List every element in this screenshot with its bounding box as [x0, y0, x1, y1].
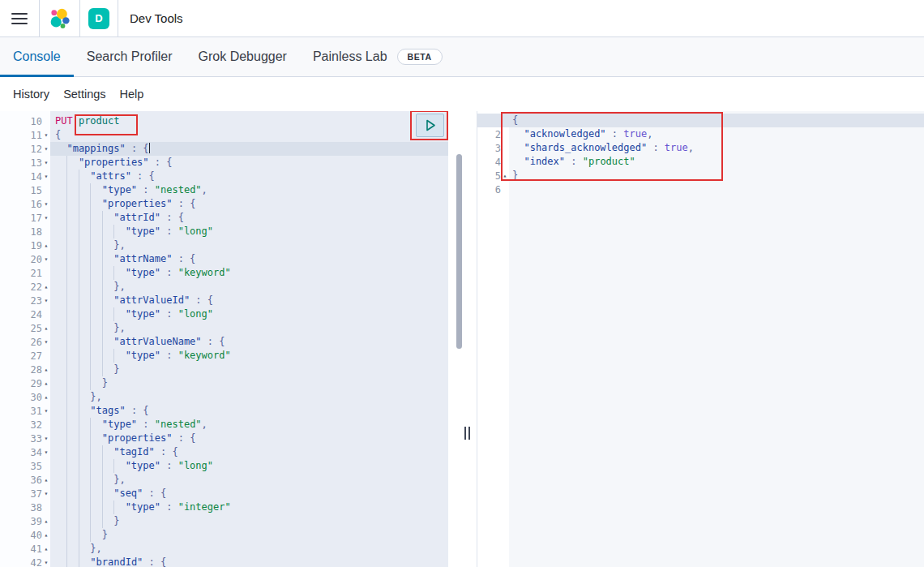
code-token: "type"	[126, 501, 160, 513]
code-line[interactable]: {	[50, 128, 448, 142]
request-editor-scrollbar[interactable]	[456, 154, 462, 349]
code-line[interactable]: },	[50, 390, 448, 404]
code-line[interactable]: }	[50, 528, 448, 542]
code-line[interactable]: }	[50, 376, 448, 390]
response-output[interactable]: 1▾2345▴6 {"acknowledged" : true,"shards_…	[477, 111, 924, 567]
fold-arrow-icon[interactable]: ▴	[42, 528, 50, 542]
fold-arrow-icon[interactable]: ▴	[42, 390, 50, 404]
code-line[interactable]: PUT product	[50, 114, 448, 128]
code-line[interactable]: "type" : "nested",	[50, 183, 448, 197]
code-line[interactable]: "brandId" : {	[50, 556, 448, 567]
code-token: ,	[202, 184, 207, 195]
request-editor[interactable]: 91011▾12▾13▾14▾1516▾17▾1819▴20▾2122▴23▾2…	[0, 111, 448, 567]
fold-arrow-icon[interactable]: ▾	[42, 156, 50, 170]
tab-grok-debugger[interactable]: Grok Debugger	[186, 37, 300, 76]
code-line[interactable]: "type" : "long"	[50, 225, 448, 238]
fold-arrow-icon[interactable]: ▴	[42, 280, 50, 294]
code-token: :	[137, 419, 155, 430]
fold-arrow-icon[interactable]: ▾	[42, 128, 50, 142]
line-number: 18	[0, 226, 42, 238]
fold-arrow-icon[interactable]: ▴	[42, 473, 50, 487]
code-line[interactable]: "acknowledged" : true,	[509, 127, 924, 141]
fold-arrow-icon[interactable]: ▾	[42, 294, 50, 307]
code-line[interactable]: "shards_acknowledged" : true,	[509, 141, 924, 155]
help-menu-button[interactable]: Help	[120, 88, 144, 101]
fold-arrow-icon[interactable]: ▴	[42, 376, 50, 390]
fold-arrow-icon[interactable]: ▾	[42, 252, 50, 266]
fold-arrow-icon[interactable]: ▾	[42, 142, 50, 156]
fold-arrow-icon[interactable]: ▾	[42, 404, 50, 418]
code-token: "type"	[126, 460, 160, 471]
code-line[interactable]: "attrValueId" : {	[50, 294, 448, 307]
space-badge[interactable]: D	[88, 8, 109, 29]
request-gutter: 91011▾12▾13▾14▾1516▾17▾1819▴20▾2122▴23▾2…	[0, 111, 50, 567]
elastic-home-button[interactable]	[40, 0, 79, 37]
code-token: : {	[172, 432, 195, 444]
code-token: },	[113, 322, 125, 333]
code-line[interactable]: }	[50, 363, 448, 376]
request-code-area[interactable]: PUT product{"mappings" : {"properties" :…	[50, 111, 448, 567]
splitter-drag-handle[interactable]	[464, 427, 470, 440]
code-token: : {	[126, 405, 149, 416]
code-line[interactable]: {	[509, 114, 924, 127]
tab-search-profiler[interactable]: Search Profiler	[74, 37, 186, 76]
code-line[interactable]: "attrs" : {	[50, 170, 448, 183]
gutter-cell: 37▾	[0, 487, 50, 500]
code-line[interactable]: "index" : "product"	[509, 155, 924, 169]
code-line[interactable]: },	[50, 238, 448, 252]
request-options-button[interactable]	[447, 115, 448, 133]
code-line[interactable]: "type" : "keyword"	[50, 349, 448, 363]
code-line[interactable]: "type" : "long"	[50, 307, 448, 321]
fold-arrow-icon[interactable]: ▴	[42, 321, 50, 335]
code-line[interactable]: "attrName" : {	[50, 252, 448, 266]
fold-arrow-icon[interactable]: ▴	[42, 514, 50, 528]
code-line[interactable]: "properties" : {	[50, 156, 448, 170]
code-line[interactable]: "mappings" : {	[50, 142, 448, 156]
fold-arrow-icon[interactable]: ▾	[42, 211, 50, 225]
fold-arrow-icon[interactable]: ▾	[42, 487, 50, 500]
code-line[interactable]: "seq" : {	[50, 487, 448, 500]
send-request-button[interactable]	[416, 114, 444, 137]
fold-arrow-icon[interactable]: ▾	[42, 170, 50, 183]
code-token: {	[512, 114, 518, 126]
code-line[interactable]: "properties" : {	[50, 197, 448, 211]
code-line[interactable]: "tagId" : {	[50, 445, 448, 459]
code-line[interactable]: "properties" : {	[50, 432, 448, 445]
fold-arrow-icon[interactable]: ▾	[42, 556, 50, 567]
code-line[interactable]: }	[50, 514, 448, 528]
code-token: : {	[172, 198, 195, 209]
response-code-area[interactable]: {"acknowledged" : true,"shards_acknowled…	[509, 111, 924, 567]
line-number: 11	[0, 130, 42, 141]
code-line[interactable]: "attrValueName" : {	[50, 335, 448, 349]
tab-console[interactable]: Console	[0, 37, 74, 76]
code-line[interactable]: },	[50, 280, 448, 294]
fold-arrow-icon[interactable]: ▴	[42, 238, 50, 252]
code-line[interactable]: "type" : "keyword"	[50, 266, 448, 280]
code-line[interactable]: },	[50, 542, 448, 556]
menu-hamburger-button[interactable]	[0, 0, 39, 37]
fold-arrow-icon[interactable]: ▴	[501, 169, 509, 183]
code-line[interactable]: },	[50, 473, 448, 487]
settings-menu-button[interactable]: Settings	[63, 88, 105, 101]
code-line[interactable]: }	[509, 169, 924, 183]
code-line[interactable]: "type" : "nested",	[50, 418, 448, 432]
code-token: "long"	[178, 308, 213, 320]
fold-arrow-icon[interactable]: ▾	[42, 335, 50, 349]
code-line[interactable]: },	[50, 321, 448, 335]
tab-painless-lab[interactable]: Painless Lab BETA	[300, 37, 456, 76]
fold-arrow-icon[interactable]: ▴	[42, 542, 50, 556]
space-selector[interactable]: D	[80, 0, 118, 37]
code-line[interactable]: "tags" : {	[50, 404, 448, 418]
fold-arrow-icon[interactable]: ▴	[42, 363, 50, 376]
code-line[interactable]: "type" : "integer"	[50, 500, 448, 514]
line-number: 42	[0, 557, 42, 567]
line-number: 12	[0, 144, 42, 155]
history-menu-button[interactable]: History	[13, 88, 49, 101]
fold-arrow-icon[interactable]: ▾	[42, 197, 50, 211]
code-line[interactable]	[509, 183, 924, 196]
code-token: "type"	[126, 350, 160, 361]
fold-arrow-icon[interactable]: ▾	[42, 445, 50, 459]
code-line[interactable]: "attrId" : {	[50, 211, 448, 225]
fold-arrow-icon[interactable]: ▾	[42, 432, 50, 445]
code-line[interactable]: "type" : "long"	[50, 459, 448, 473]
